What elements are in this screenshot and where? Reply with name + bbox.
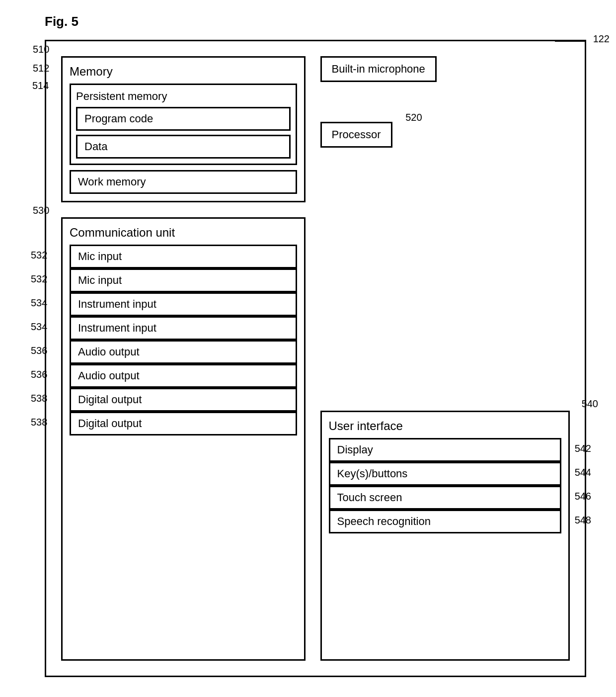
fig-label: Fig. 5 bbox=[45, 14, 78, 29]
ref-538a: 538 bbox=[31, 393, 47, 404]
comm-title: Communication unit bbox=[70, 226, 297, 240]
persistent-box: 514 Persistent memory Program code Data bbox=[70, 84, 297, 165]
ref-536a: 536 bbox=[31, 345, 47, 356]
comm-item-2: Instrument input bbox=[70, 292, 297, 316]
persistent-title: Persistent memory bbox=[76, 90, 291, 103]
ref-122: 122 bbox=[593, 33, 610, 45]
builtin-mic-wrapper: Built-in microphone bbox=[320, 56, 437, 82]
data-item: Data bbox=[76, 135, 291, 159]
ref-514: 514 bbox=[32, 80, 49, 91]
ref-534b: 534 bbox=[31, 321, 47, 333]
ref-542: 542 bbox=[575, 443, 591, 454]
ref-540: 540 bbox=[582, 398, 598, 410]
ref-530: 530 bbox=[33, 205, 49, 216]
comm-item-0: Mic input bbox=[70, 245, 297, 268]
ui-item-2: Touch screen bbox=[329, 486, 561, 510]
ref-532b: 532 bbox=[31, 273, 47, 285]
processor-wrapper: 520 Processor bbox=[320, 117, 392, 148]
ref-548: 548 bbox=[575, 515, 591, 526]
comm-item-4: Audio output bbox=[70, 340, 297, 364]
comm-item-3: Instrument input bbox=[70, 316, 297, 340]
program-code-item: Program code bbox=[76, 107, 291, 131]
ui-item-0: Display bbox=[329, 438, 561, 462]
memory-box: 510 512 Memory 514 Persistent memory Pro… bbox=[61, 56, 306, 202]
memory-title: Memory bbox=[70, 65, 297, 79]
left-column: 510 512 Memory 514 Persistent memory Pro… bbox=[61, 56, 306, 661]
comm-item-1: Mic input bbox=[70, 268, 297, 292]
ref-534a: 534 bbox=[31, 297, 47, 309]
ui-item-1: Key(s)/buttons bbox=[329, 462, 561, 486]
ref-544: 544 bbox=[575, 467, 591, 478]
ref-536b: 536 bbox=[31, 369, 47, 380]
ref-512: 512 bbox=[33, 63, 49, 74]
ui-box: 540 User interface 542 Display 544 Key(s… bbox=[320, 411, 570, 661]
main-diagram: 122 510 512 Memory 514 Persistent memory… bbox=[45, 40, 586, 677]
ref-520: 520 bbox=[405, 112, 422, 123]
ref-538b: 538 bbox=[31, 417, 47, 428]
ref-546: 546 bbox=[575, 491, 591, 502]
work-memory-item: Work memory bbox=[70, 170, 297, 194]
ref-532a: 532 bbox=[31, 250, 47, 261]
right-spacer bbox=[320, 163, 570, 396]
ref-510: 510 bbox=[33, 44, 49, 55]
comm-item-7: Digital output bbox=[70, 412, 297, 436]
ui-item-3: Speech recognition bbox=[329, 510, 561, 533]
tick-122 bbox=[555, 41, 585, 61]
right-column: Built-in microphone 520 Processor 540 Us… bbox=[306, 56, 570, 661]
processor-box: Processor bbox=[320, 122, 392, 148]
comm-box: 530 Communication unit 532 Mic input 532… bbox=[61, 217, 306, 661]
comm-item-6: Digital output bbox=[70, 388, 297, 412]
ui-title: User interface bbox=[329, 419, 561, 433]
comm-item-5: Audio output bbox=[70, 364, 297, 388]
builtin-mic-box: Built-in microphone bbox=[320, 56, 437, 82]
